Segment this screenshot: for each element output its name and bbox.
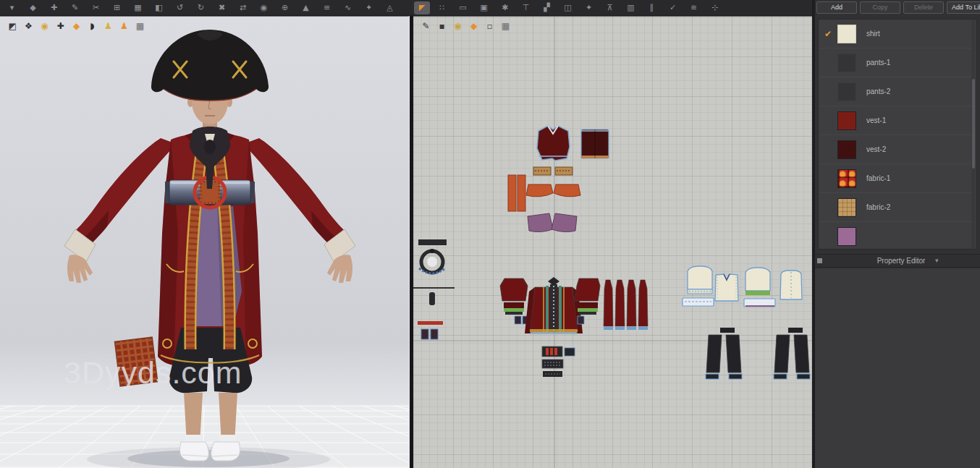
texture-icon[interactable]: ▥ bbox=[622, 1, 640, 14]
menu-icon[interactable]: ▾ bbox=[3, 1, 21, 14]
add-pin-icon[interactable]: ✚ bbox=[45, 1, 63, 14]
pattern-vest-back[interactable] bbox=[581, 129, 609, 158]
swap-icon[interactable]: ⇄ bbox=[234, 1, 252, 14]
chevron-down-icon[interactable]: ▾ bbox=[935, 257, 939, 264]
half-shade-icon[interactable]: ◧ bbox=[150, 1, 168, 14]
fabric-list-item-pants-2[interactable]: pants-2 bbox=[819, 77, 976, 106]
pattern-guide-pieces[interactable] bbox=[413, 287, 455, 339]
viewport-splitter[interactable] bbox=[409, 16, 413, 468]
avatar-3d[interactable] bbox=[64, 30, 355, 461]
mirror-pattern-icon[interactable]: ◫ bbox=[559, 1, 577, 14]
simulate-icon[interactable]: ◆ bbox=[24, 1, 42, 14]
show-sewing-icon[interactable]: ◉ bbox=[451, 20, 465, 33]
delete-icon[interactable]: ✖ bbox=[213, 1, 231, 14]
fabric-list-item[interactable] bbox=[819, 222, 976, 250]
viewport-3d[interactable]: ◩❖◉✚◆◗♟♟▦ 3Dyyds.com bbox=[0, 16, 409, 468]
pattern-shirt-sleeve-1[interactable] bbox=[688, 266, 712, 294]
pattern-hat-pieces[interactable] bbox=[418, 239, 447, 273]
fabric-list-item-vest-2[interactable]: vest-2 bbox=[819, 135, 976, 164]
box-select-icon[interactable]: ⊞ bbox=[108, 1, 126, 14]
trace-icon[interactable]: ⊤ bbox=[517, 1, 535, 14]
check-icon[interactable]: ✓ bbox=[664, 1, 682, 14]
sparkle-icon[interactable]: ✦ bbox=[360, 1, 378, 14]
scrollbar-thumb[interactable] bbox=[972, 79, 975, 169]
wave-icon[interactable]: ∿ bbox=[339, 1, 357, 14]
add-to-library-button[interactable]: Add To Library bbox=[947, 1, 980, 14]
transform-pattern-icon[interactable]: ◤ bbox=[414, 1, 430, 14]
pattern-shirt-sleeve-2[interactable] bbox=[745, 268, 770, 295]
pattern-coat-front[interactable] bbox=[525, 277, 583, 333]
pattern-vest-front[interactable] bbox=[537, 126, 570, 161]
edit-icon[interactable]: ✎ bbox=[66, 1, 84, 14]
edit-pattern-icon[interactable]: ∷ bbox=[433, 1, 451, 14]
notch-icon[interactable]: ⊼ bbox=[601, 1, 619, 14]
object-browser-buttons: AddCopyDeleteAdd To Library bbox=[816, 1, 980, 14]
fabric-list-item-pants-1[interactable]: pants-1 bbox=[819, 48, 976, 77]
fabric-swatch[interactable] bbox=[837, 227, 856, 246]
layout-icon[interactable]: ≋ bbox=[685, 1, 703, 14]
avatar-display-icon[interactable]: ♟ bbox=[101, 20, 115, 33]
fabric-swatch[interactable] bbox=[837, 82, 856, 101]
property-editor-header[interactable]: Property Editor ▾ bbox=[815, 254, 980, 268]
fabric-list-item-fabric-2[interactable]: fabric-2 bbox=[819, 193, 976, 222]
show-internal-lines-icon[interactable]: ◗ bbox=[85, 20, 99, 33]
pattern-pants-group-1[interactable] bbox=[706, 328, 742, 379]
fabric-swatch[interactable] bbox=[837, 140, 856, 159]
add-button[interactable]: Add bbox=[816, 1, 857, 14]
pattern-coat-back-panels[interactable] bbox=[604, 280, 648, 330]
stamp-2d-icon[interactable]: ▦ bbox=[499, 20, 512, 33]
check-icon[interactable]: ✔ bbox=[819, 29, 837, 39]
tricorn-hat[interactable] bbox=[151, 30, 269, 101]
fabric-swatch[interactable] bbox=[837, 169, 856, 188]
panel-collapse-icon[interactable] bbox=[817, 258, 822, 263]
viewport-2d[interactable]: ✎▪◉◆▫▦ bbox=[413, 16, 812, 468]
mesh-icon[interactable]: ▦ bbox=[129, 1, 147, 14]
edit-pattern-2d-icon[interactable]: ✎ bbox=[419, 20, 433, 33]
list-icon[interactable]: ≡ bbox=[318, 1, 336, 14]
show-skin-offset-icon[interactable]: ◉ bbox=[38, 20, 51, 33]
delete-button[interactable]: Delete bbox=[903, 1, 944, 14]
redo-rotate-icon[interactable]: ↻ bbox=[192, 1, 210, 14]
add-circle-icon[interactable]: ⊕ bbox=[276, 1, 294, 14]
reset-camera-icon[interactable]: ◩ bbox=[6, 20, 20, 33]
show-notches-icon[interactable]: ▫ bbox=[483, 20, 497, 33]
pattern-shirt-back[interactable] bbox=[780, 271, 802, 299]
pattern-box-icon[interactable]: ▣ bbox=[475, 1, 493, 14]
fabric-swatch[interactable] bbox=[837, 25, 856, 43]
avatar-pose-icon[interactable]: ♟ bbox=[117, 20, 131, 33]
fabric-list-item-shirt[interactable]: ✔shirt bbox=[819, 20, 976, 48]
fabric-list-item-fabric-1[interactable]: fabric-1 bbox=[819, 164, 976, 193]
property-editor-body bbox=[815, 268, 980, 468]
arrange-up-icon[interactable]: ▲ bbox=[297, 1, 315, 14]
fabric-swatch[interactable] bbox=[837, 111, 856, 130]
internal-line-icon[interactable]: ∥ bbox=[643, 1, 661, 14]
undo-rotate-icon[interactable]: ↺ bbox=[171, 1, 189, 14]
show-arrangement-points-icon[interactable]: ✚ bbox=[54, 20, 67, 33]
fabric-label: pants-2 bbox=[866, 88, 890, 95]
copy-button[interactable]: Copy bbox=[860, 1, 900, 14]
pattern-pants-group-2[interactable] bbox=[774, 328, 810, 379]
show-avatar-icon[interactable]: ❖ bbox=[22, 20, 35, 33]
flatten-icon[interactable]: ◬ bbox=[381, 1, 399, 14]
show-garment-icon[interactable]: ◆ bbox=[69, 20, 83, 33]
pattern-purple-pieces[interactable] bbox=[528, 213, 577, 232]
pattern-sash-pieces[interactable] bbox=[508, 175, 580, 211]
pattern-shirt-front[interactable] bbox=[715, 274, 738, 301]
pattern-belt-pieces[interactable] bbox=[542, 346, 575, 377]
target-icon[interactable]: ◉ bbox=[255, 1, 273, 14]
fabric-list-scrollbar[interactable] bbox=[971, 20, 976, 249]
add-point-icon[interactable]: ✱ bbox=[496, 1, 514, 14]
scissors-icon[interactable]: ✂ bbox=[87, 1, 105, 14]
pattern-belt-strips[interactable] bbox=[533, 167, 573, 175]
fabric-list-item-vest-1[interactable]: vest-1 bbox=[819, 106, 976, 135]
pattern-coat-sleeve-left[interactable] bbox=[500, 278, 529, 324]
fabric-swatch[interactable] bbox=[837, 54, 856, 72]
grade-icon[interactable]: ▞ bbox=[538, 1, 556, 14]
move-point-icon[interactable]: ▪ bbox=[435, 20, 449, 33]
stitch-icon[interactable]: ⊹ bbox=[706, 1, 724, 14]
stamp-icon[interactable]: ▦ bbox=[133, 20, 147, 33]
fabric-swatch[interactable] bbox=[837, 198, 856, 217]
seam-star-icon[interactable]: ✦ bbox=[580, 1, 598, 14]
show-fabric-icon[interactable]: ◆ bbox=[467, 20, 481, 33]
rectangle-tool-icon[interactable]: ▭ bbox=[454, 1, 472, 14]
